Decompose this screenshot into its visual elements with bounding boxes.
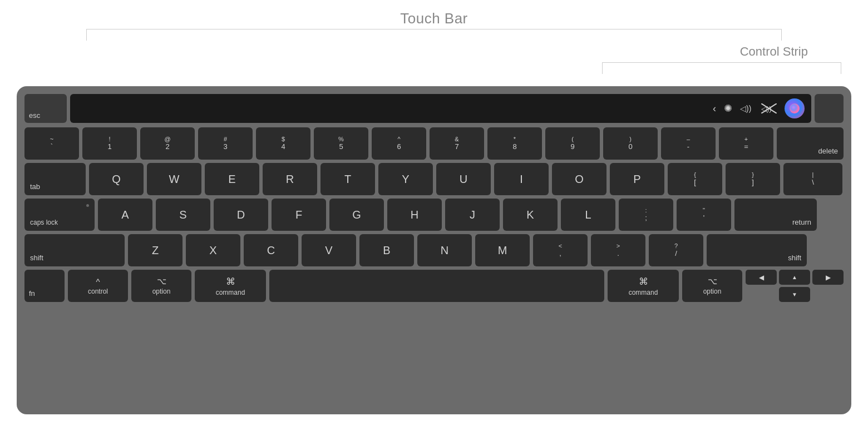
- key-bracket-close[interactable]: } ]: [726, 163, 780, 195]
- chevron-icon[interactable]: ‹: [713, 103, 716, 115]
- key-p[interactable]: P: [610, 163, 664, 195]
- key-arrow-up[interactable]: ▲: [779, 270, 810, 285]
- key-5[interactable]: % 5: [314, 127, 368, 160]
- key-c[interactable]: C: [244, 234, 298, 266]
- key-u[interactable]: U: [436, 163, 491, 195]
- key-t[interactable]: T: [320, 163, 375, 195]
- key-o[interactable]: O: [552, 163, 606, 195]
- key-n[interactable]: N: [417, 234, 472, 266]
- key-2[interactable]: @ 2: [140, 127, 195, 160]
- mute-icon[interactable]: ◁)): [761, 103, 777, 113]
- key-m[interactable]: M: [475, 234, 530, 266]
- key-shift-left[interactable]: shift: [24, 234, 125, 266]
- touch-bar-label: Touch Bar: [400, 10, 468, 27]
- key-w[interactable]: W: [147, 163, 201, 195]
- key-tab[interactable]: tab: [24, 163, 86, 195]
- key-4[interactable]: $ 4: [256, 127, 310, 160]
- key-arrow-right[interactable]: ▶: [812, 270, 844, 285]
- key-option-left[interactable]: ⌥ option: [131, 270, 191, 302]
- key-arrow-left[interactable]: ◀: [746, 270, 777, 285]
- key-caps-lock[interactable]: caps lock: [24, 199, 95, 231]
- key-0[interactable]: ) 0: [603, 127, 658, 160]
- key-y[interactable]: Y: [378, 163, 433, 195]
- key-7[interactable]: & 7: [430, 127, 484, 160]
- key-a[interactable]: A: [98, 199, 152, 231]
- key-space[interactable]: [269, 270, 604, 302]
- key-equals[interactable]: + =: [719, 127, 773, 160]
- key-8[interactable]: * 8: [487, 127, 542, 160]
- key-comma[interactable]: < ,: [533, 234, 588, 266]
- key-v[interactable]: V: [302, 234, 356, 266]
- key-f[interactable]: F: [272, 199, 326, 231]
- control-strip-label: Control Strip: [740, 44, 808, 59]
- key-e[interactable]: E: [205, 163, 259, 195]
- arrow-top-row: ◀ ▲ ▼ ▶: [746, 270, 844, 302]
- key-z[interactable]: Z: [128, 234, 183, 266]
- key-period[interactable]: > .: [591, 234, 645, 266]
- touch-bar-row: esc ‹ ✺ ◁)) ◁)): [24, 94, 844, 123]
- key-3[interactable]: # 3: [198, 127, 253, 160]
- key-command-left[interactable]: ⌘ command: [195, 270, 266, 302]
- key-fn[interactable]: fn: [24, 270, 65, 302]
- bottom-row: fn ^ control ⌥ option ⌘ command ⌘ comman…: [24, 270, 844, 302]
- key-shift-right[interactable]: shift: [707, 234, 807, 266]
- key-control[interactable]: ^ control: [68, 270, 128, 302]
- key-return[interactable]: return: [734, 199, 817, 231]
- key-command-right[interactable]: ⌘ command: [608, 270, 679, 302]
- number-row: ~ ` ! 1 @ 2 # 3 $ 4 % 5 ^ 6 & 7: [24, 127, 844, 160]
- key-backtick[interactable]: ~ `: [24, 127, 79, 160]
- key-minus[interactable]: – -: [661, 127, 716, 160]
- key-r[interactable]: R: [263, 163, 317, 195]
- key-b[interactable]: B: [359, 234, 414, 266]
- key-g[interactable]: G: [329, 199, 384, 231]
- key-slash[interactable]: ? /: [649, 234, 703, 266]
- asdf-row: caps lock A S D F G H J K L : ; " ' retu…: [24, 199, 844, 231]
- key-s[interactable]: S: [156, 199, 210, 231]
- key-l[interactable]: L: [561, 199, 615, 231]
- key-delete[interactable]: delete: [777, 127, 844, 160]
- brightness-icon[interactable]: ✺: [724, 102, 732, 115]
- key-arrow-down[interactable]: ▼: [779, 287, 810, 302]
- keyboard: esc ‹ ✺ ◁)) ◁)): [17, 86, 851, 414]
- key-i[interactable]: I: [494, 163, 549, 195]
- key-esc[interactable]: esc: [24, 94, 67, 123]
- key-h[interactable]: H: [387, 199, 442, 231]
- key-x[interactable]: X: [186, 234, 240, 266]
- siri-button[interactable]: [785, 98, 805, 118]
- key-k[interactable]: K: [503, 199, 558, 231]
- key-quote[interactable]: " ': [677, 199, 731, 231]
- key-9[interactable]: ( 9: [545, 127, 600, 160]
- key-1[interactable]: ! 1: [82, 127, 137, 160]
- arrow-cluster: ◀ ▲ ▼ ▶: [746, 270, 844, 302]
- key-q[interactable]: Q: [89, 163, 144, 195]
- key-power[interactable]: [815, 94, 844, 123]
- key-6[interactable]: ^ 6: [372, 127, 426, 160]
- key-semicolon[interactable]: : ;: [619, 199, 673, 231]
- control-strip-annotation-line: [602, 62, 841, 63]
- key-backslash[interactable]: | \: [783, 163, 842, 195]
- key-option-right[interactable]: ⌥ option: [682, 270, 742, 302]
- caps-indicator: [86, 204, 89, 207]
- touch-bar-strip[interactable]: ‹ ✺ ◁)) ◁)): [70, 94, 811, 123]
- touch-bar-annotation-line: [86, 29, 782, 29]
- svg-point-4: [790, 103, 800, 113]
- svg-text:◁)): ◁)): [740, 104, 751, 113]
- key-j[interactable]: J: [445, 199, 500, 231]
- zxcv-row: shift Z X C V B N M < , > . ? / shift: [24, 234, 844, 266]
- key-d[interactable]: D: [214, 199, 268, 231]
- key-bracket-open[interactable]: { [: [668, 163, 722, 195]
- qwerty-row: tab Q W E R T Y U I O P { [ } ] | \: [24, 163, 844, 195]
- volume-icon[interactable]: ◁)): [740, 103, 753, 113]
